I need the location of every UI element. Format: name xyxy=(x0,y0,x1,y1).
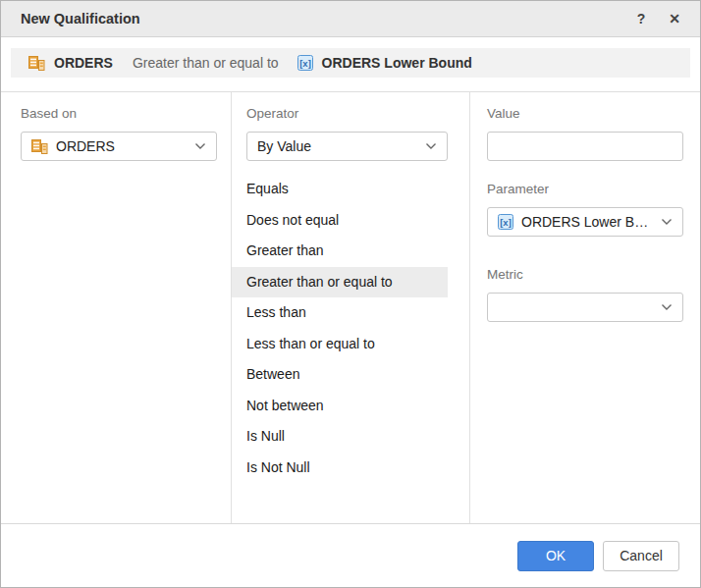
metric-icon xyxy=(28,56,45,71)
dialog-footer: OK Cancel xyxy=(1,523,700,587)
help-icon[interactable]: ? xyxy=(637,12,646,26)
chevron-down-icon xyxy=(425,142,437,150)
operator-option-not-between[interactable]: Not between xyxy=(232,391,448,422)
ok-button[interactable]: OK xyxy=(517,541,594,571)
based-on-label: Based on xyxy=(21,106,231,121)
operator-panel: Operator By Value Equals Does not equal … xyxy=(232,92,470,525)
chevron-down-icon xyxy=(661,218,673,226)
operator-option-between[interactable]: Between xyxy=(232,359,448,391)
operator-option-equals[interactable]: Equals xyxy=(232,174,448,205)
qualification-summary-bar: ORDERS Greater than or equal to [x] ORDE… xyxy=(11,48,690,78)
parameter-icon: [x] xyxy=(297,55,313,71)
based-on-panel: Based on ORDERS xyxy=(1,92,232,525)
metric-icon xyxy=(31,139,48,154)
new-qualification-dialog: New Qualification ? ✕ ORDERS Greater tha… xyxy=(0,0,701,588)
operator-option-greater-than-or-equal-to[interactable]: Greater than or equal to xyxy=(232,267,448,298)
metric-select[interactable] xyxy=(487,293,683,322)
operator-option-is-not-null[interactable]: Is Not Null xyxy=(232,453,448,484)
summary-operator: Greater than or equal to xyxy=(133,55,279,71)
chevron-down-icon xyxy=(661,303,673,311)
chevron-down-icon xyxy=(194,142,206,150)
operator-mode-value: By Value xyxy=(257,138,311,154)
operator-option-list: Equals Does not equal Greater than Great… xyxy=(232,174,469,483)
dialog-title: New Qualification xyxy=(21,11,140,27)
summary-left-object: ORDERS xyxy=(54,55,113,71)
dialog-titlebar: New Qualification ? ✕ xyxy=(1,1,700,37)
operator-option-does-not-equal[interactable]: Does not equal xyxy=(232,205,448,237)
svg-text:[x]: [x] xyxy=(500,217,512,228)
cancel-button[interactable]: Cancel xyxy=(603,541,679,571)
parameter-icon: [x] xyxy=(498,214,513,230)
operator-mode-select[interactable]: By Value xyxy=(246,132,448,161)
parameter-label: Parameter xyxy=(487,182,700,196)
based-on-select[interactable]: ORDERS xyxy=(21,132,217,161)
operator-option-less-than-or-equal-to[interactable]: Less than or equal to xyxy=(232,329,448,360)
parameter-select[interactable]: [x] ORDERS Lower Bo... xyxy=(487,207,683,237)
svg-text:[x]: [x] xyxy=(299,58,311,69)
parameter-value: ORDERS Lower Bo... xyxy=(521,214,653,230)
based-on-value: ORDERS xyxy=(56,138,115,154)
summary-right-object: ORDERS Lower Bound xyxy=(322,55,472,71)
value-label: Value xyxy=(487,106,700,121)
metric-label: Metric xyxy=(487,267,700,282)
operator-option-greater-than[interactable]: Greater than xyxy=(232,236,448,267)
value-panel: Value Parameter [x] ORDERS Lower Bo... xyxy=(470,92,700,525)
close-icon[interactable]: ✕ xyxy=(669,12,680,26)
dialog-content: Based on ORDERS xyxy=(1,91,700,525)
operator-label: Operator xyxy=(232,106,469,121)
value-input[interactable] xyxy=(487,132,683,161)
operator-option-less-than[interactable]: Less than xyxy=(232,297,448,329)
operator-option-is-null[interactable]: Is Null xyxy=(232,421,448,453)
